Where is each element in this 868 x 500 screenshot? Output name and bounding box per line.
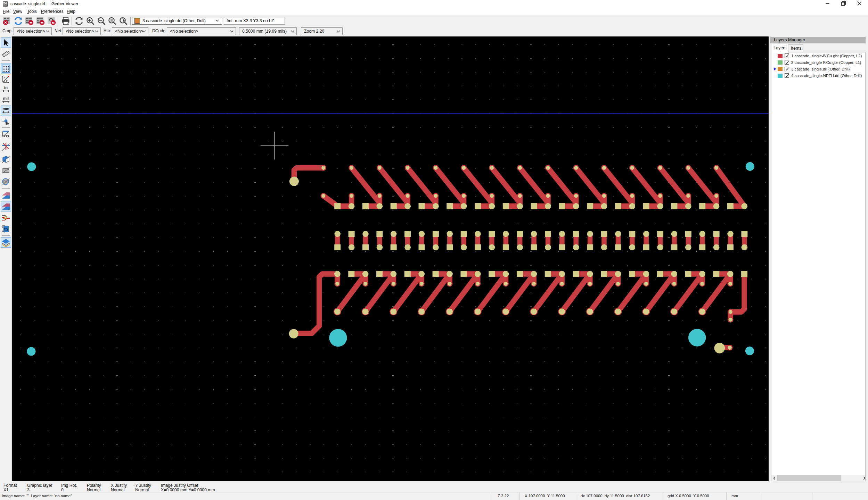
svg-text:in: in [4, 85, 8, 90]
svg-text:θ: θ [6, 79, 8, 82]
svg-text:mil: mil [3, 96, 9, 100]
svg-text:r: r [4, 76, 5, 79]
svg-text:mm: mm [2, 107, 9, 111]
svg-text:D1: D1 [3, 180, 8, 184]
